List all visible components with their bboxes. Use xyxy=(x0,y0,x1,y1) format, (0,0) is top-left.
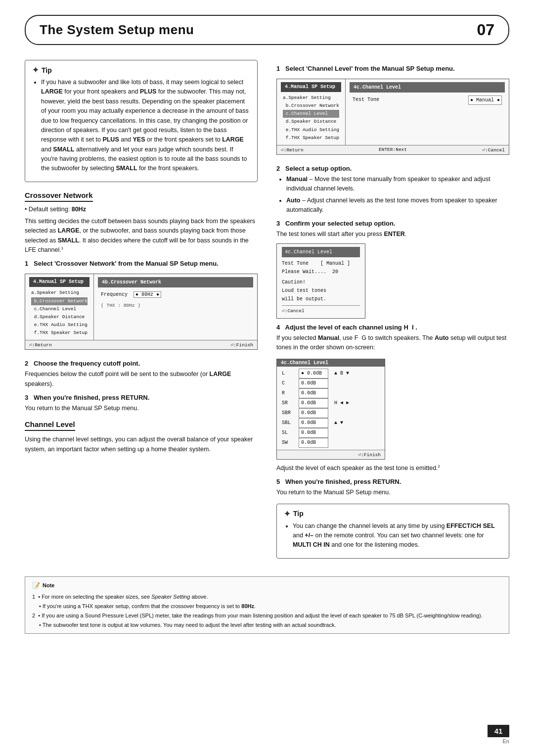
left-tip-content: If you have a subwoofer and like lots of… xyxy=(32,78,250,174)
note-item-2: • If you're using a THX speaker setup, c… xyxy=(32,602,502,611)
right-step4-body1: If you selected Manual, use F G to switc… xyxy=(276,333,509,353)
screen-thx-note: ( THX : 80Hz ) xyxy=(101,302,250,310)
ch-footer-return: ⏎:Return xyxy=(281,147,304,153)
right-step3-body: The test tones will start after you pres… xyxy=(276,230,509,239)
option-manual: Manual – Move the test tone manually fro… xyxy=(286,175,509,194)
ch-level-screen-title: 4c.Channel Level xyxy=(277,359,385,367)
note-item-3: 2 • If you are using a Sound Pressure Le… xyxy=(32,612,502,620)
ch-menu-item-4: d.Speaker Distance xyxy=(283,118,339,126)
left-tip-header: ✦ Tip xyxy=(32,65,250,75)
footer-return: ⏎:Return xyxy=(29,342,52,348)
menu-item-4: d.Speaker Distance xyxy=(31,313,88,321)
ch-row-SL: SL 0.0dB xyxy=(282,428,380,438)
ch-label-L: L xyxy=(282,369,296,378)
left-tip-label: Tip xyxy=(42,66,52,74)
ch-val-SBR: 0.0dB xyxy=(299,408,328,418)
note-label: Note xyxy=(43,581,54,590)
right-step3-heading: 3 Confirm your selected setup option. xyxy=(276,220,509,227)
page-number: 41 xyxy=(488,725,509,737)
right-step3: 3 Confirm your selected setup option. Th… xyxy=(276,220,509,319)
wait-caution2: Loud test tones xyxy=(282,286,360,295)
note-icon: 📝 xyxy=(32,581,40,591)
ch-label-SW: SW xyxy=(282,438,296,447)
test-tone-value: ● Manual ● xyxy=(468,95,502,105)
page-container: The System Setup menu 07 ✦ Tip If you ha… xyxy=(0,0,534,756)
note-box: 📝 Note 1 • For more on selecting the spe… xyxy=(25,576,509,634)
ch-label-SBL: SBL xyxy=(282,419,296,427)
ch-arrows-L: ▲ B ▼ xyxy=(331,369,349,378)
crossover-step3-heading: 3 When you're finished, press RETURN. xyxy=(25,394,258,401)
right-tip-header: ✦ Tip xyxy=(284,509,502,519)
right-step4-body2: Adjust the level of each speaker as the … xyxy=(276,464,509,473)
right-step5-body: You return to the Manual SP Setup menu. xyxy=(276,488,509,497)
step2-options: Manual – Move the test tone manually fro… xyxy=(276,175,509,215)
ch-label-R: R xyxy=(282,389,296,398)
wait-pleasewait: Please Wait.... 20 xyxy=(282,268,360,276)
channel-screen-footer: ⏎:Return ENTER:Next ⏎:Cancel xyxy=(277,145,509,154)
right-step4: 4 Adjust the level of each channel using… xyxy=(276,324,509,473)
crossover-body: This setting decides the cutoff between … xyxy=(25,217,258,255)
ch-val-SR: 0.0dB xyxy=(299,398,328,408)
left-tip-box: ✦ Tip If you have a subwoofer and like l… xyxy=(25,60,258,182)
wait-caution: Caution! xyxy=(282,278,360,286)
ch-val-C: 0.0dB xyxy=(299,378,328,388)
test-tone-label: Test Tone xyxy=(353,95,379,105)
chapter-number: 07 xyxy=(477,21,494,39)
crossover-step3-body: You return to the Manual SP Setup menu. xyxy=(25,404,258,413)
option-auto: Auto – Adjust channel levels as the test… xyxy=(286,196,509,215)
ch-arrows-SBL: ▲ ▼ xyxy=(331,419,343,427)
ch-row-SBL: SBL 0.0dB ▲ ▼ xyxy=(282,418,380,428)
ch-row-SBR: SBR 0.0dB xyxy=(282,408,380,418)
ch-menu-item-6: f.THX Speaker Setup xyxy=(283,134,339,142)
screen-menu-left: 4.Manual SP Setup a.Speaker Setting b.Cr… xyxy=(25,274,94,340)
crossover-step1-heading: 1 Select 'Crossover Network' from the Ma… xyxy=(25,260,258,267)
channel-level-body: Using the channel level settings, you ca… xyxy=(25,435,258,454)
crossover-step2-heading: 2 Choose the frequency cutoff point. xyxy=(25,360,258,367)
note-item-4: • The subwoofer test tone is output at l… xyxy=(32,621,502,629)
right-tip-item-1: You can change the channel levels at any… xyxy=(293,521,502,550)
crossover-screen: 4.Manual SP Setup a.Speaker Setting b.Cr… xyxy=(25,274,258,350)
main-content: ✦ Tip If you have a subwoofer and like l… xyxy=(25,60,509,567)
channel-screen-menu: 4.Manual SP Setup a.Speaker Setting b.Cr… xyxy=(277,79,346,145)
page-number-area: 41 En xyxy=(488,725,509,744)
right-tip-icon: ✦ xyxy=(284,509,290,519)
screen-frequency-row: Frequency ● 80Hz ● xyxy=(101,290,250,299)
crossover-step2-body: Frequencies below the cutoff point will … xyxy=(25,370,258,389)
test-tone-row: Test Tone ● Manual ● xyxy=(353,95,502,105)
crossover-section: Crossover Network • Default setting: 80H… xyxy=(25,191,258,414)
ch-row-L: L ● 0.0dB ▲ B ▼ xyxy=(282,369,380,378)
ch-level-footer: ⏎:Finish xyxy=(277,450,385,459)
screen-content-right: 4b.Crossover Network Frequency ● 80Hz ● … xyxy=(94,274,257,340)
menu-item-2-highlight: b.Crossover Network xyxy=(31,297,88,305)
right-tip-box: ✦ Tip You can change the channel levels … xyxy=(276,504,509,559)
ch-arrows-SR: H ◄ ► xyxy=(331,399,349,408)
screen-footer-1: ⏎:Return ⏎:Finish xyxy=(25,340,257,349)
crossover-default: • Default setting: 80Hz xyxy=(25,206,258,213)
note-header: 📝 Note xyxy=(32,581,502,591)
ch-label-SBR: SBR xyxy=(282,409,296,418)
menu-item-5: e.THX Audio Setting xyxy=(31,321,88,329)
right-step1-heading: 1 Select 'Channel Level' from the Manual… xyxy=(276,65,509,72)
ch-val-L: ● 0.0dB xyxy=(299,369,328,378)
channel-screen-right: 4c.Channel Level Test Tone ● Manual ● xyxy=(346,79,509,145)
screen-right-title: 4b.Crossover Network xyxy=(98,277,253,287)
ch-menu-item-1: a.Speaker Setting xyxy=(283,94,339,102)
ch-label-C: C xyxy=(282,379,296,388)
menu-item-1: a.Speaker Setting xyxy=(31,289,88,297)
wait-title: 4c.Channel Level xyxy=(282,247,360,257)
wait-footer: ⏎:Cancel xyxy=(282,305,360,315)
wait-caution3: will be output. xyxy=(282,295,360,303)
ch-level-finish: ⏎:Finish xyxy=(358,452,381,458)
channel-level-section: Channel Level Using the channel level se… xyxy=(25,420,258,454)
ch-menu-item-2: b.Crossover Network xyxy=(283,102,339,110)
ch-val-R: 0.0dB xyxy=(299,388,328,398)
footer-finish: ⏎:Finish xyxy=(230,342,253,348)
channel-screen-title-left: 4.Manual SP Setup xyxy=(281,82,341,92)
menu-item-3: c.Channel Level xyxy=(31,305,88,313)
left-tip-item-1: If you have a subwoofer and like lots of… xyxy=(41,78,250,174)
ch-menu-item-5: e.THX Audio Setting xyxy=(283,126,339,134)
ch-label-SL: SL xyxy=(282,428,296,437)
channel-level-heading: Channel Level xyxy=(25,420,75,431)
screen-title-left: 4.Manual SP Setup xyxy=(29,277,89,287)
menu-item-6: f.THX Speaker Setup xyxy=(31,329,88,337)
